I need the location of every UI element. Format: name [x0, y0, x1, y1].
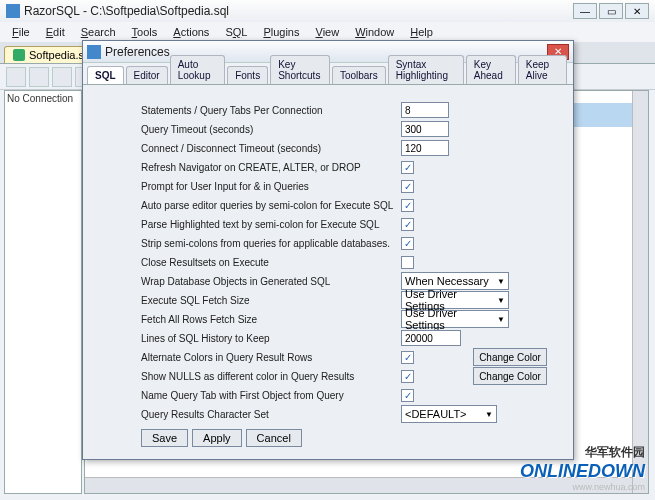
select-charset-value: <DEFAULT> [405, 408, 467, 420]
label-autoparse: Auto parse editor queries by semi-colon … [141, 200, 401, 211]
checkbox-parse-highlighted[interactable]: ✓ [401, 218, 414, 231]
tab-toolbars[interactable]: Toolbars [332, 66, 386, 84]
label-close-resultsets: Close Resultsets on Execute [141, 257, 401, 268]
select-fetchall-size[interactable]: Use Driver Settings▼ [401, 310, 509, 328]
label-show-nulls: Show NULLS as different color in Query R… [141, 371, 401, 382]
svg-rect-0 [6, 4, 20, 18]
select-wrap-value: When Necessary [405, 275, 489, 287]
file-icon [13, 49, 25, 61]
svg-rect-1 [87, 45, 101, 59]
select-charset[interactable]: <DEFAULT>▼ [401, 405, 497, 423]
tab-keep-alive[interactable]: Keep Alive [518, 55, 567, 84]
menu-actions[interactable]: Actions [167, 25, 215, 39]
connection-status: No Connection [7, 93, 79, 104]
label-statements: Statements / Query Tabs Per Connection [141, 105, 401, 116]
watermark-url: www.newhua.com [520, 482, 645, 492]
input-timeout[interactable] [401, 121, 449, 137]
checkbox-refresh-navigator[interactable]: ✓ [401, 161, 414, 174]
menubar: File Edit Search Tools Actions SQL Plugi… [0, 22, 655, 42]
vertical-scrollbar[interactable] [632, 91, 648, 493]
watermark-en: ONLINEDOWN [520, 461, 645, 482]
label-charset: Query Results Character Set [141, 409, 401, 420]
save-button[interactable]: Save [141, 429, 188, 447]
label-connect-timeout: Connect / Disconnect Timeout (seconds) [141, 143, 401, 154]
menu-search[interactable]: Search [75, 25, 122, 39]
cancel-button[interactable]: Cancel [246, 429, 302, 447]
menu-help[interactable]: Help [404, 25, 439, 39]
menu-sql[interactable]: SQL [219, 25, 253, 39]
menu-view[interactable]: View [310, 25, 346, 39]
watermark-cn: 华军软件园 [520, 444, 645, 461]
button-change-color-nulls[interactable]: Change Color [473, 367, 547, 385]
tab-sql[interactable]: SQL [87, 66, 124, 84]
watermark: 华军软件园 ONLINEDOWN www.newhua.com [520, 444, 645, 492]
tab-key-shortcuts[interactable]: Key Shortcuts [270, 55, 330, 84]
checkbox-autoparse[interactable]: ✓ [401, 199, 414, 212]
menu-file[interactable]: File [6, 25, 36, 39]
label-alt-colors: Alternate Colors in Query Result Rows [141, 352, 401, 363]
menu-tools[interactable]: Tools [126, 25, 164, 39]
label-name-tab: Name Query Tab with First Object from Qu… [141, 390, 401, 401]
label-refresh-navigator: Refresh Navigator on CREATE, ALTER, or D… [141, 162, 401, 173]
button-change-color-alt[interactable]: Change Color [473, 348, 547, 366]
app-icon [6, 4, 20, 18]
sidebar: No Connection [4, 90, 82, 494]
tab-editor[interactable]: Editor [126, 66, 168, 84]
label-timeout: Query Timeout (seconds) [141, 124, 401, 135]
tab-auto-lookup[interactable]: Auto Lookup [170, 55, 225, 84]
dialog-icon [87, 45, 101, 59]
toolbar-button-3[interactable] [52, 67, 72, 87]
input-history-lines[interactable] [401, 330, 461, 346]
apply-button[interactable]: Apply [192, 429, 242, 447]
close-button[interactable]: ✕ [625, 3, 649, 19]
checkbox-close-resultsets[interactable] [401, 256, 414, 269]
preferences-dialog: Preferences ✕ SQL Editor Auto Lookup Fon… [82, 40, 574, 460]
checkbox-show-nulls[interactable]: ✓ [401, 370, 414, 383]
tab-key-ahead[interactable]: Key Ahead [466, 55, 516, 84]
preferences-tabs: SQL Editor Auto Lookup Fonts Key Shortcu… [83, 63, 573, 85]
menu-plugins[interactable]: Plugins [257, 25, 305, 39]
label-fetch-size: Execute SQL Fetch Size [141, 295, 401, 306]
input-statements[interactable] [401, 102, 449, 118]
chevron-down-icon: ▼ [497, 315, 505, 324]
label-parse-highlighted: Parse Highlighted text by semi-colon for… [141, 219, 401, 230]
checkbox-prompt-input[interactable]: ✓ [401, 180, 414, 193]
label-fetchall-size: Fetch All Rows Fetch Size [141, 314, 401, 325]
menu-window[interactable]: Window [349, 25, 400, 39]
tab-fonts[interactable]: Fonts [227, 66, 268, 84]
input-connect-timeout[interactable] [401, 140, 449, 156]
toolbar-button-2[interactable] [29, 67, 49, 87]
label-prompt-input: Prompt for User Input for & in Queries [141, 181, 401, 192]
tab-syntax-highlighting[interactable]: Syntax Highlighting [388, 55, 464, 84]
toolbar-button-1[interactable] [6, 67, 26, 87]
dialog-buttons: Save Apply Cancel [141, 429, 563, 447]
chevron-down-icon: ▼ [497, 296, 505, 305]
preferences-body: Statements / Query Tabs Per Connection Q… [83, 85, 573, 459]
minimize-button[interactable]: — [573, 3, 597, 19]
window-controls: — ▭ ✕ [573, 3, 649, 19]
checkbox-alt-colors[interactable]: ✓ [401, 351, 414, 364]
window-title: RazorSQL - C:\Softpedia\Softpedia.sql [24, 4, 573, 18]
checkbox-strip-semicolons[interactable]: ✓ [401, 237, 414, 250]
chevron-down-icon: ▼ [485, 410, 493, 419]
checkbox-name-tab[interactable]: ✓ [401, 389, 414, 402]
label-wrap-objects: Wrap Database Objects in Generated SQL [141, 276, 401, 287]
chevron-down-icon: ▼ [497, 277, 505, 286]
maximize-button[interactable]: ▭ [599, 3, 623, 19]
menu-edit[interactable]: Edit [40, 25, 71, 39]
label-strip-semicolons: Strip semi-colons from queries for appli… [141, 238, 401, 249]
main-window: RazorSQL - C:\Softpedia\Softpedia.sql — … [0, 0, 655, 500]
label-history-lines: Lines of SQL History to Keep [141, 333, 401, 344]
select-fetchall-value: Use Driver Settings [405, 307, 497, 331]
titlebar: RazorSQL - C:\Softpedia\Softpedia.sql — … [0, 0, 655, 22]
